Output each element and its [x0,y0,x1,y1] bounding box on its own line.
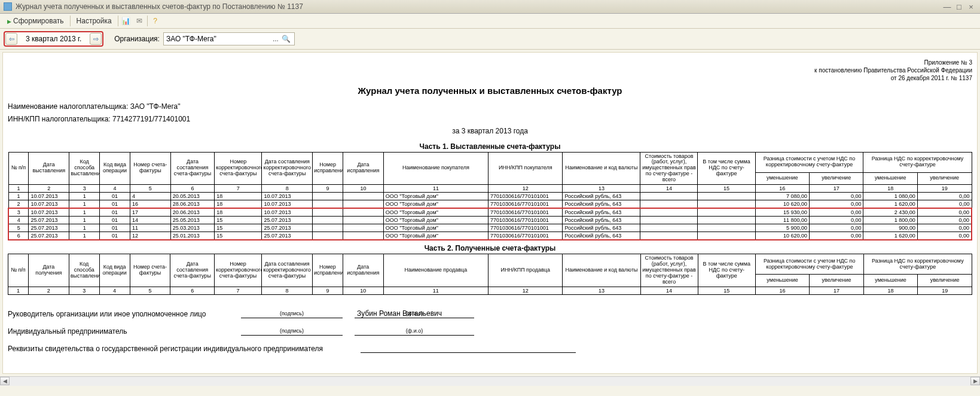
rekv-label: Реквизиты свидетельства о государственно… [8,345,355,353]
col-header: В том числе сумма НДС по счету-фактуре [698,254,755,287]
col-header: ИНН/КПП покупателя [489,152,563,184]
close-button[interactable]: × [966,2,976,11]
separator [70,16,71,26]
org-search-button[interactable]: 🔍 [281,35,292,43]
col-number: 19 [917,185,972,193]
table-row[interactable]: 210.07.20131011628.06.20131810.07.2013ОО… [8,200,972,209]
toolbar: Сформировать Настройка 📊 ✉ ? [0,14,980,29]
period-selector: ⇦ 3 квартал 2013 г. ⇨ [4,31,103,47]
col-header: Дата выставления [29,152,69,184]
settings-button[interactable]: Настройка [73,16,115,26]
col-header: Наименование продавца [383,254,488,287]
scroll-left[interactable]: ◀ [0,377,10,385]
period-prev-button[interactable]: ⇦ [5,33,17,45]
part2-title: Часть 2. Полученные счета-фактуры [8,244,972,252]
col-number: 9 [313,185,343,193]
generate-button[interactable]: Сформировать [4,16,68,26]
col-number: 11 [383,185,488,193]
col-number: 16 [755,185,809,193]
part1-title: Часть 1. Выставленные счета-фактуры [8,142,972,151]
org-input[interactable]: ЗАО "ТФ-Мега" ... 🔍 [163,32,295,45]
col-header: Номер исправления [313,152,343,184]
col-header: уменьшение [755,275,809,287]
col-number: 12 [489,287,563,294]
col-header: увеличение [810,275,864,287]
col-header: Код вида операции [100,152,130,184]
col-header: Дата получения [28,254,69,287]
col-header: В том числе сумма НДС по счету-фактуре [698,152,755,184]
col-header: Дата составления счета-фактуры [170,254,215,287]
help-icon[interactable]: ? [150,16,161,26]
params-row: ⇦ 3 квартал 2013 г. ⇨ Организация: ЗАО "… [0,29,980,50]
col-number: 7 [215,185,262,193]
col-header: Номер счета-фактуры [130,152,170,184]
col-header: Разница стоимости с учетом НДС по коррек… [755,152,863,172]
col-number: 13 [563,287,640,294]
col-number: 17 [810,287,864,294]
col-number: 2 [28,287,69,294]
col-header: уменьшение [863,275,917,287]
col-number: 12 [489,185,563,193]
col-number: 8 [262,287,313,294]
col-number: 2 [29,185,69,193]
col-header: Разница НДС по корректировочному счету-ф… [863,254,972,275]
col-header: Номер счета-фактуры [130,254,170,287]
col-number: 15 [698,185,755,193]
org-label: Организация: [114,35,160,43]
org-select-button[interactable]: ... [270,35,281,43]
sign-line: (подпись) [241,309,343,318]
col-header: № п/п [8,152,29,184]
table-row[interactable]: 625.07.20131011225.01.20131525.07.2013ОО… [8,232,972,240]
appendix-block: Приложение № 3 к постановлению Правитель… [8,59,972,82]
period-next-button[interactable]: ⇨ [90,33,102,45]
head-name: Зубин Роман Витальевич(ф.и.о) [355,309,474,318]
separator [118,16,118,26]
col-number: 14 [640,185,698,193]
col-header: уменьшение [755,172,809,184]
col-header: Стоимость товаров (работ, услуг), имущес… [640,254,698,287]
col-number: 1 [8,287,29,294]
col-number: 15 [698,287,755,294]
appendix-line: к постановлению Правительства Российской… [8,66,972,74]
report-title: Журнал учета полученных и выставленных с… [8,86,972,96]
separator [147,16,148,26]
maximize-button[interactable]: □ [954,2,964,11]
table-row[interactable]: 425.07.20131011425.05.20131525.07.2013ОО… [8,217,972,224]
col-number: 18 [863,185,917,193]
mail-icon[interactable]: ✉ [134,16,145,26]
scroll-track[interactable] [10,377,970,385]
col-header: Наименование и код валюты [563,254,640,287]
minimize-button[interactable]: — [942,2,952,11]
col-number: 19 [918,287,972,294]
period-value: 3 квартал 2013 г. [17,35,90,43]
col-number: 18 [863,287,917,294]
sign-line: (подпись) [241,327,343,336]
col-header: Наименование покупателя [383,152,488,184]
part2-table: № п/п Дата получения Код способа выставл… [8,254,972,294]
report-period: за 3 квартал 2013 года [8,127,972,135]
col-number: 5 [130,185,170,193]
table-row[interactable]: 525.07.20131011125.03.20131525.07.2013ОО… [8,224,972,232]
col-number: 17 [810,185,863,193]
col-header: Стоимость товаров (работ, услуг), имущес… [640,152,698,184]
head-label: Руководитель организации или иное уполно… [8,310,235,318]
col-header: Разница стоимости с учетом НДС по коррек… [755,254,863,275]
col-header: Дата составления счета-фактуры [170,152,214,184]
chart-icon[interactable]: 📊 [121,16,132,26]
col-header: Номер корректировочного счета-фактуры [215,152,262,184]
org-value: ЗАО "ТФ-Мега" [166,35,270,43]
col-number: 11 [383,287,488,294]
col-header: увеличение [917,172,972,184]
col-number: 16 [755,287,809,294]
scroll-right[interactable]: ▶ [970,377,980,385]
col-number: 3 [69,185,100,193]
col-header: увеличение [810,172,863,184]
col-header: уменьшение [863,172,917,184]
taxpayer-innkpp: ИНН/КПП налогоплательщика: 7714277191/77… [8,114,972,124]
table-row[interactable]: 110.07.2013101420.05.20131810.07.2013ООО… [8,193,972,200]
ip-label: Индивидуальный предприниматель [8,327,235,336]
table-row[interactable]: 310.07.20131011720.06.20131810.07.2013ОО… [8,208,972,217]
col-number: 3 [69,287,99,294]
horizontal-scrollbar[interactable]: ◀ ▶ [0,376,980,386]
part1-table: № п/п Дата выставления Код способа выста… [8,152,972,240]
